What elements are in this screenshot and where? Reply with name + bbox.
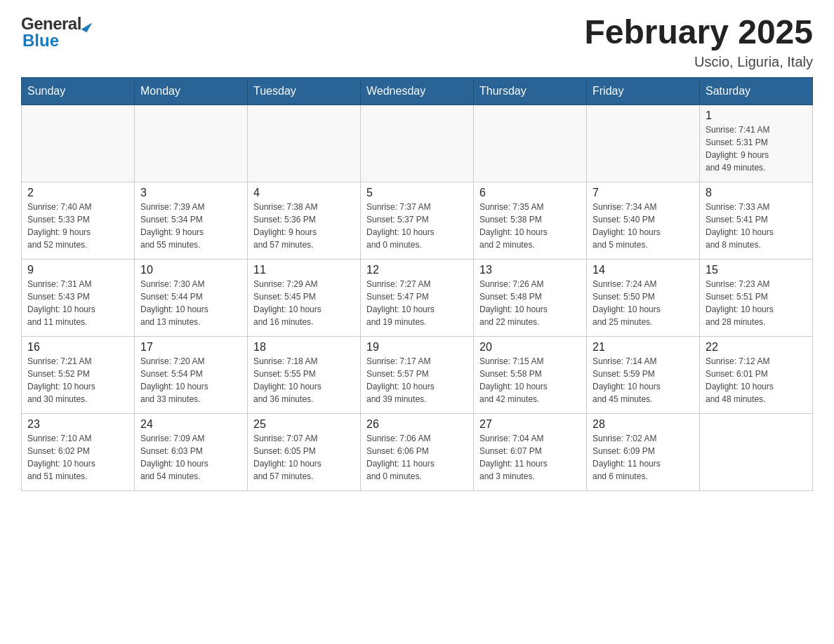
day-number: 20 xyxy=(479,341,581,354)
day-number: 19 xyxy=(366,341,468,354)
week-row-4: 16Sunrise: 7:21 AM Sunset: 5:52 PM Dayli… xyxy=(22,336,813,413)
day-number: 6 xyxy=(479,187,581,199)
day-number: 14 xyxy=(593,264,694,276)
day-number: 23 xyxy=(27,418,128,431)
day-info: Sunrise: 7:10 AM Sunset: 6:02 PM Dayligh… xyxy=(27,432,128,483)
day-number: 22 xyxy=(706,341,807,354)
day-cell: 18Sunrise: 7:18 AM Sunset: 5:55 PM Dayli… xyxy=(248,336,361,413)
day-header-sunday: Sunday xyxy=(22,77,135,105)
day-header-friday: Friday xyxy=(587,77,700,105)
day-cell: 17Sunrise: 7:20 AM Sunset: 5:54 PM Dayli… xyxy=(135,336,248,413)
day-cell: 24Sunrise: 7:09 AM Sunset: 6:03 PM Dayli… xyxy=(135,413,248,490)
week-row-1: 1Sunrise: 7:41 AM Sunset: 5:31 PM Daylig… xyxy=(22,105,813,182)
day-number: 27 xyxy=(479,418,581,431)
day-number: 17 xyxy=(140,341,241,354)
logo-arrow-icon xyxy=(81,20,92,32)
week-row-2: 2Sunrise: 7:40 AM Sunset: 5:33 PM Daylig… xyxy=(22,182,813,259)
day-info: Sunrise: 7:33 AM Sunset: 5:41 PM Dayligh… xyxy=(706,201,807,251)
day-cell: 14Sunrise: 7:24 AM Sunset: 5:50 PM Dayli… xyxy=(587,259,700,336)
day-info: Sunrise: 7:12 AM Sunset: 6:01 PM Dayligh… xyxy=(706,355,807,405)
day-cell xyxy=(700,413,813,490)
day-number: 4 xyxy=(253,187,355,199)
day-cell: 28Sunrise: 7:02 AM Sunset: 6:09 PM Dayli… xyxy=(587,413,700,490)
day-number: 3 xyxy=(140,187,241,199)
day-info: Sunrise: 7:06 AM Sunset: 6:06 PM Dayligh… xyxy=(366,432,468,483)
day-header-wednesday: Wednesday xyxy=(361,77,474,105)
day-info: Sunrise: 7:31 AM Sunset: 5:43 PM Dayligh… xyxy=(27,278,128,328)
week-row-5: 23Sunrise: 7:10 AM Sunset: 6:02 PM Dayli… xyxy=(22,413,813,490)
day-header-saturday: Saturday xyxy=(700,77,813,105)
title-area: February 2025 Uscio, Liguria, Italy xyxy=(584,14,813,70)
day-info: Sunrise: 7:41 AM Sunset: 5:31 PM Dayligh… xyxy=(706,123,807,174)
day-header-monday: Monday xyxy=(135,77,248,105)
day-cell: 21Sunrise: 7:14 AM Sunset: 5:59 PM Dayli… xyxy=(587,336,700,413)
day-number: 1 xyxy=(706,109,807,122)
day-info: Sunrise: 7:30 AM Sunset: 5:44 PM Dayligh… xyxy=(140,278,241,328)
day-number: 8 xyxy=(706,187,807,199)
day-number: 2 xyxy=(27,187,128,199)
day-info: Sunrise: 7:38 AM Sunset: 5:36 PM Dayligh… xyxy=(253,201,355,251)
day-info: Sunrise: 7:04 AM Sunset: 6:07 PM Dayligh… xyxy=(479,432,581,483)
day-cell: 20Sunrise: 7:15 AM Sunset: 5:58 PM Dayli… xyxy=(474,336,587,413)
day-info: Sunrise: 7:29 AM Sunset: 5:45 PM Dayligh… xyxy=(253,278,355,328)
day-number: 5 xyxy=(366,187,468,199)
day-info: Sunrise: 7:26 AM Sunset: 5:48 PM Dayligh… xyxy=(479,278,581,328)
calendar-body: 1Sunrise: 7:41 AM Sunset: 5:31 PM Daylig… xyxy=(22,105,813,490)
day-number: 7 xyxy=(593,187,694,199)
logo: General Blue xyxy=(21,14,90,51)
day-cell: 7Sunrise: 7:34 AM Sunset: 5:40 PM Daylig… xyxy=(587,182,700,259)
day-info: Sunrise: 7:34 AM Sunset: 5:40 PM Dayligh… xyxy=(593,201,694,251)
day-number: 13 xyxy=(479,264,581,276)
day-cell: 3Sunrise: 7:39 AM Sunset: 5:34 PM Daylig… xyxy=(135,182,248,259)
day-number: 25 xyxy=(253,418,355,431)
day-number: 28 xyxy=(593,418,694,431)
month-title: February 2025 xyxy=(584,14,813,51)
day-info: Sunrise: 7:23 AM Sunset: 5:51 PM Dayligh… xyxy=(706,278,807,328)
week-row-3: 9Sunrise: 7:31 AM Sunset: 5:43 PM Daylig… xyxy=(22,259,813,336)
day-cell: 13Sunrise: 7:26 AM Sunset: 5:48 PM Dayli… xyxy=(474,259,587,336)
day-info: Sunrise: 7:15 AM Sunset: 5:58 PM Dayligh… xyxy=(479,355,581,405)
day-cell xyxy=(587,105,700,182)
day-cell: 4Sunrise: 7:38 AM Sunset: 5:36 PM Daylig… xyxy=(248,182,361,259)
day-info: Sunrise: 7:07 AM Sunset: 6:05 PM Dayligh… xyxy=(253,432,355,483)
day-number: 10 xyxy=(140,264,241,276)
logo-blue-text: Blue xyxy=(22,31,59,51)
day-info: Sunrise: 7:14 AM Sunset: 5:59 PM Dayligh… xyxy=(593,355,694,405)
day-info: Sunrise: 7:09 AM Sunset: 6:03 PM Dayligh… xyxy=(140,432,241,483)
day-cell: 15Sunrise: 7:23 AM Sunset: 5:51 PM Dayli… xyxy=(700,259,813,336)
day-info: Sunrise: 7:35 AM Sunset: 5:38 PM Dayligh… xyxy=(479,201,581,251)
day-cell xyxy=(361,105,474,182)
day-cell: 8Sunrise: 7:33 AM Sunset: 5:41 PM Daylig… xyxy=(700,182,813,259)
day-info: Sunrise: 7:39 AM Sunset: 5:34 PM Dayligh… xyxy=(140,201,241,251)
day-number: 26 xyxy=(366,418,468,431)
day-info: Sunrise: 7:27 AM Sunset: 5:47 PM Dayligh… xyxy=(366,278,468,328)
day-cell xyxy=(248,105,361,182)
day-header-thursday: Thursday xyxy=(474,77,587,105)
day-info: Sunrise: 7:02 AM Sunset: 6:09 PM Dayligh… xyxy=(593,432,694,483)
day-cell: 11Sunrise: 7:29 AM Sunset: 5:45 PM Dayli… xyxy=(248,259,361,336)
day-cell: 26Sunrise: 7:06 AM Sunset: 6:06 PM Dayli… xyxy=(361,413,474,490)
day-cell xyxy=(135,105,248,182)
day-info: Sunrise: 7:18 AM Sunset: 5:55 PM Dayligh… xyxy=(253,355,355,405)
day-cell: 2Sunrise: 7:40 AM Sunset: 5:33 PM Daylig… xyxy=(22,182,135,259)
day-info: Sunrise: 7:17 AM Sunset: 5:57 PM Dayligh… xyxy=(366,355,468,405)
day-cell: 10Sunrise: 7:30 AM Sunset: 5:44 PM Dayli… xyxy=(135,259,248,336)
day-cell: 16Sunrise: 7:21 AM Sunset: 5:52 PM Dayli… xyxy=(22,336,135,413)
day-number: 15 xyxy=(706,264,807,276)
day-cell xyxy=(22,105,135,182)
day-cell: 27Sunrise: 7:04 AM Sunset: 6:07 PM Dayli… xyxy=(474,413,587,490)
calendar-table: SundayMondayTuesdayWednesdayThursdayFrid… xyxy=(21,77,813,491)
day-number: 21 xyxy=(593,341,694,354)
day-cell xyxy=(474,105,587,182)
day-info: Sunrise: 7:37 AM Sunset: 5:37 PM Dayligh… xyxy=(366,201,468,251)
day-cell: 9Sunrise: 7:31 AM Sunset: 5:43 PM Daylig… xyxy=(22,259,135,336)
day-info: Sunrise: 7:20 AM Sunset: 5:54 PM Dayligh… xyxy=(140,355,241,405)
day-cell: 22Sunrise: 7:12 AM Sunset: 6:01 PM Dayli… xyxy=(700,336,813,413)
page-header: General Blue February 2025 Uscio, Liguri… xyxy=(21,14,813,70)
day-number: 9 xyxy=(27,264,128,276)
day-cell: 5Sunrise: 7:37 AM Sunset: 5:37 PM Daylig… xyxy=(361,182,474,259)
day-number: 12 xyxy=(366,264,468,276)
day-cell: 23Sunrise: 7:10 AM Sunset: 6:02 PM Dayli… xyxy=(22,413,135,490)
day-header-tuesday: Tuesday xyxy=(248,77,361,105)
day-info: Sunrise: 7:24 AM Sunset: 5:50 PM Dayligh… xyxy=(593,278,694,328)
